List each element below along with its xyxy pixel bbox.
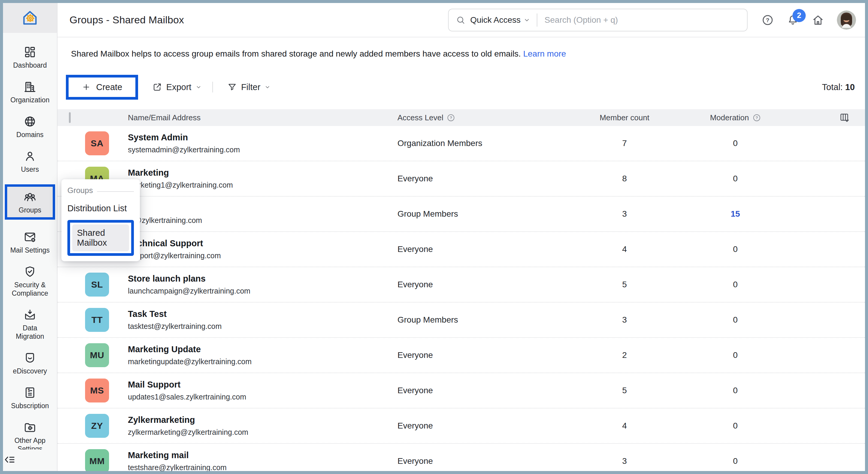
menu-item-shared-mailbox[interactable]: Shared Mailbox bbox=[72, 225, 129, 251]
group-email: updates1@sales.zylkertraining.com bbox=[128, 393, 398, 401]
access-level: Everyone bbox=[398, 244, 580, 254]
moderation-count: 0 bbox=[670, 280, 801, 290]
member-count: 5 bbox=[580, 386, 670, 395]
select-all-checkbox[interactable] bbox=[69, 112, 71, 123]
filter-icon bbox=[227, 82, 237, 92]
moderation-count: 0 bbox=[670, 315, 801, 325]
sidebar-item-organization[interactable]: Organization bbox=[3, 80, 57, 104]
domains-icon bbox=[23, 115, 36, 128]
table-row[interactable]: ZY Zylkermarketing zylkermarketing@zylke… bbox=[58, 408, 865, 444]
create-button[interactable]: Create bbox=[66, 75, 138, 100]
sidebar-item-groups[interactable]: Groups bbox=[5, 184, 55, 219]
svg-text:?: ? bbox=[766, 17, 770, 23]
export-button[interactable]: Export bbox=[151, 82, 204, 93]
quick-access-dropdown[interactable]: Quick Access bbox=[470, 15, 521, 25]
app-logo[interactable] bbox=[3, 3, 57, 33]
group-avatar: SL bbox=[85, 273, 109, 297]
group-list: SA System Admin systemadmin@zylkertraini… bbox=[58, 126, 865, 471]
learn-more-link[interactable]: Learn more bbox=[523, 49, 566, 58]
menu-item-distribution-list[interactable]: Distribution List bbox=[67, 203, 134, 213]
access-level: Everyone bbox=[398, 456, 580, 466]
help-circle-icon[interactable]: ? bbox=[753, 114, 761, 122]
group-name: Mail Support bbox=[128, 380, 398, 390]
group-email: support@zylkertraining.com bbox=[128, 251, 398, 260]
access-level: Everyone bbox=[398, 280, 580, 290]
table-row[interactable]: MU Marketing Update marketingupdate@zylk… bbox=[58, 338, 865, 373]
dashboard-icon bbox=[23, 45, 36, 59]
moderation-count-link[interactable]: 15 bbox=[670, 209, 801, 219]
table-row[interactable]: MM Marketing mail testshare@zylkertraini… bbox=[58, 444, 865, 471]
help-icon[interactable]: ? bbox=[762, 14, 774, 26]
table-row[interactable]: MA Marketing marketing1@zylkertraining.c… bbox=[58, 161, 865, 197]
group-name: Zylkermarketing bbox=[128, 415, 398, 425]
group-email: marketingupdate@zylkertraining.com bbox=[128, 357, 398, 366]
banner-text: Shared Mailbox helps to access group ema… bbox=[71, 49, 521, 58]
group-name: Marketing mail bbox=[128, 450, 398, 460]
table-row[interactable]: SL Store launch plans launchcampaign@zyl… bbox=[58, 267, 865, 303]
group-email: launchcampaign@zylkertraining.com bbox=[128, 287, 398, 295]
export-icon bbox=[152, 82, 162, 92]
page-title: Groups - Shared Mailbox bbox=[69, 14, 184, 26]
chevron-down-icon bbox=[265, 84, 271, 90]
sidebar-nav: Dashboard Organization Domains Users Gro… bbox=[3, 33, 57, 453]
group-email: systemadmin@zylkertraining.com bbox=[128, 145, 398, 154]
group-avatar: TT bbox=[85, 308, 109, 332]
table-row[interactable]: RF Rfl rfl@zylkertraining.com Group Memb… bbox=[58, 197, 865, 232]
member-count: 4 bbox=[580, 244, 670, 254]
total-count: Total: 10 bbox=[822, 82, 855, 92]
notification-count-badge: 2 bbox=[793, 9, 806, 22]
info-banner: Shared Mailbox helps to access group ema… bbox=[71, 49, 847, 59]
sidebar-item-other-app-settings[interactable]: Other AppSettings bbox=[3, 421, 57, 449]
plus-icon bbox=[82, 82, 91, 92]
column-header-member-count[interactable]: Member count bbox=[580, 113, 670, 123]
search-input[interactable] bbox=[544, 15, 744, 25]
group-name: Marketing bbox=[128, 168, 398, 178]
data-migration-icon bbox=[23, 308, 36, 321]
user-avatar[interactable] bbox=[837, 10, 856, 30]
moderation-count: 0 bbox=[670, 350, 801, 360]
group-avatar: ZY bbox=[85, 414, 109, 438]
group-email: rfl@zylkertraining.com bbox=[128, 216, 398, 225]
collapse-sidebar-icon[interactable] bbox=[3, 453, 16, 466]
sidebar-item-domains[interactable]: Domains bbox=[3, 115, 57, 139]
column-settings-icon[interactable] bbox=[839, 112, 850, 123]
help-circle-icon[interactable]: ? bbox=[447, 114, 455, 122]
member-count: 4 bbox=[580, 421, 670, 431]
sidebar-item-dashboard[interactable]: Dashboard bbox=[3, 45, 57, 69]
moderation-count: 0 bbox=[670, 456, 801, 466]
sidebar-item-ediscovery[interactable]: eDiscovery bbox=[3, 351, 57, 375]
home-icon[interactable] bbox=[812, 14, 824, 26]
table-row[interactable]: MS Mail Support updates1@sales.zylkertra… bbox=[58, 373, 865, 408]
sidebar-item-mail-settings[interactable]: Mail Settings bbox=[3, 230, 57, 255]
table-row[interactable]: TS Technical Support support@zylkertrain… bbox=[58, 232, 865, 267]
access-level: Everyone bbox=[398, 386, 580, 395]
search-divider bbox=[537, 13, 537, 27]
member-count: 8 bbox=[580, 174, 670, 183]
table-row[interactable]: SA System Admin systemadmin@zylkertraini… bbox=[58, 126, 865, 161]
access-level: Everyone bbox=[398, 350, 580, 360]
group-avatar: MS bbox=[85, 378, 109, 403]
sidebar-item-users[interactable]: Users bbox=[3, 149, 57, 174]
sidebar-item-subscription[interactable]: $ Subscription bbox=[3, 386, 57, 410]
group-avatar: MM bbox=[85, 449, 109, 471]
access-level: Organization Members bbox=[398, 139, 580, 148]
svg-text:?: ? bbox=[755, 115, 758, 120]
column-header-access-level[interactable]: Access Level ? bbox=[398, 113, 580, 123]
groups-popup-menu: Groups Distribution List Shared Mailbox bbox=[61, 179, 140, 261]
member-count: 7 bbox=[580, 139, 670, 148]
group-avatar: MU bbox=[85, 343, 109, 367]
screenshot-frame: Dashboard Organization Domains Users Gro… bbox=[0, 0, 868, 474]
sidebar-item-security-compliance[interactable]: Security &Compliance bbox=[3, 265, 57, 298]
svg-text:?: ? bbox=[450, 115, 452, 120]
moderation-count: 0 bbox=[670, 386, 801, 395]
notifications-bell-icon[interactable]: 2 bbox=[786, 14, 799, 26]
group-email: marketing1@zylkertraining.com bbox=[128, 181, 398, 190]
global-search-bar[interactable]: Quick Access bbox=[448, 9, 748, 31]
column-header-name[interactable]: Name/Email Address bbox=[128, 113, 398, 123]
column-header-moderation[interactable]: Moderation ? bbox=[670, 113, 801, 123]
table-row[interactable]: TT Task Test tasktest@zylkertraining.com… bbox=[58, 303, 865, 338]
header-icons: ? 2 bbox=[762, 10, 856, 30]
filter-button[interactable]: Filter bbox=[225, 82, 272, 93]
sidebar-item-data-migration[interactable]: DataMigration bbox=[3, 308, 57, 341]
group-avatar: SA bbox=[85, 131, 109, 155]
